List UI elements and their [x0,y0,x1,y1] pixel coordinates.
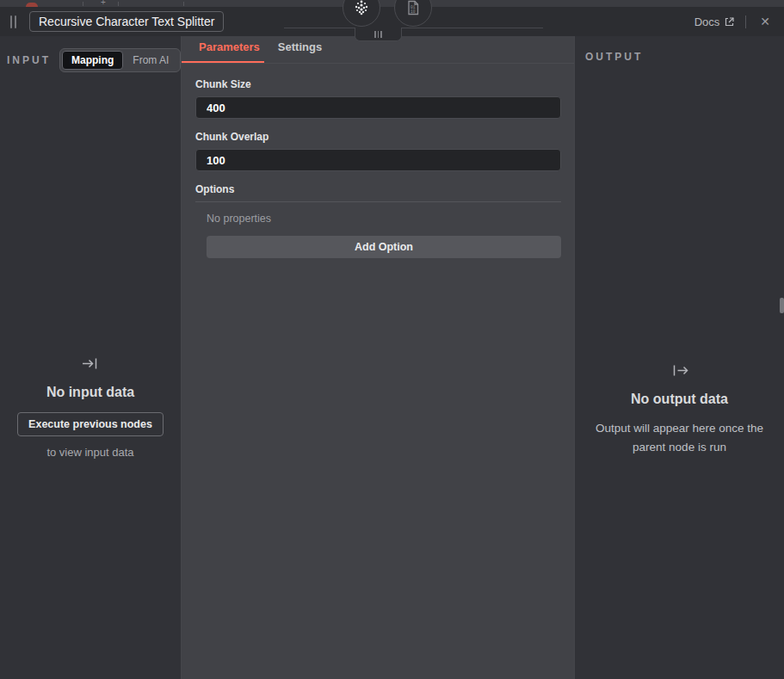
canvas-plus-icon: + [101,0,106,7]
workflow-canvas-strip: + [0,0,784,7]
input-panel-label: INPUT [7,54,51,66]
ndv-body: INPUT Mapping From AI No input data Exec… [0,36,784,679]
tab-parameters[interactable]: Parameters [182,40,264,63]
canvas-artifact [83,2,83,6]
input-empty-subtitle: to view input data [0,446,181,459]
no-input-data-title: No input data [0,385,181,400]
scrollbar-thumb[interactable] [780,298,784,313]
no-properties-text: No properties [207,213,561,225]
header-divider [745,15,746,28]
panel-drag-tab[interactable] [355,28,402,41]
options-section-label: Options [195,183,561,195]
input-arrow-icon [82,357,99,370]
docs-link[interactable]: Docs [694,15,736,28]
options-divider [195,201,561,202]
docs-label: Docs [694,15,720,28]
no-output-data-title: No output data [575,392,784,407]
chunk-size-input[interactable] [195,96,561,119]
text-splitter-icon [352,0,371,17]
chunk-overlap-field-group: Chunk Overlap [195,131,561,171]
add-option-button[interactable]: Add Option [207,236,561,258]
output-panel-label: OUTPUT [585,51,643,63]
svg-text:10: 10 [411,9,416,14]
input-panel: INPUT Mapping From AI No input data Exec… [0,36,182,679]
canvas-artifact [183,2,184,6]
output-arrow-icon [671,364,688,377]
drag-handle-icon[interactable] [10,15,16,28]
external-link-icon [724,16,735,28]
chunk-overlap-label: Chunk Overlap [195,131,561,143]
canvas-artifact [118,2,119,6]
output-empty-state: No output data Output will appear here o… [575,364,784,456]
input-mode-toggle: Mapping From AI [59,48,181,72]
close-icon[interactable]: ✕ [756,14,774,29]
toggle-from-ai[interactable]: From AI [123,51,178,70]
chunk-size-label: Chunk Size [195,78,561,90]
output-panel: OUTPUT No output data Output will appear… [574,36,784,679]
tab-settings[interactable]: Settings [264,40,330,63]
input-empty-state: No input data Execute previous nodes to … [0,357,181,459]
execute-previous-nodes-button[interactable]: Execute previous nodes [17,412,164,436]
parameters-panel: Parameters Settings Chunk Size Chunk Ove… [182,36,574,679]
toggle-mapping[interactable]: Mapping [62,51,123,70]
chunk-size-field-group: Chunk Size [195,78,561,119]
node-title[interactable]: Recursive Character Text Splitter [29,11,224,32]
chunk-overlap-input[interactable] [195,149,561,171]
output-empty-hint: Output will appear here once the parent … [586,419,774,456]
binary-file-icon: 01 10 [404,0,422,16]
